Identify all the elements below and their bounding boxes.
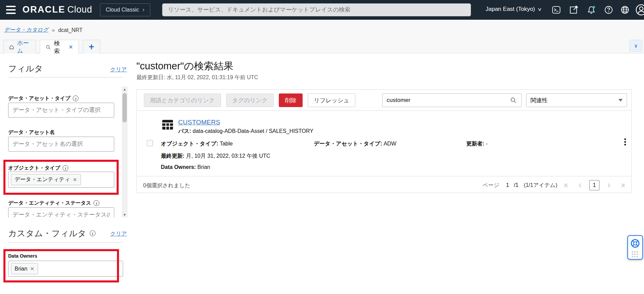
globe-language-icon[interactable] bbox=[620, 5, 630, 15]
last-page-icon[interactable] bbox=[618, 181, 627, 190]
chip-remove-icon[interactable]: ✕ bbox=[30, 266, 34, 272]
selection-count: 0個選択されました bbox=[143, 182, 190, 189]
entity-status-input[interactable] bbox=[8, 207, 114, 218]
scroll-up-icon[interactable]: ▲ bbox=[122, 86, 128, 92]
brand-cloud: Cloud bbox=[67, 4, 92, 15]
breadcrumb-separator: » bbox=[52, 27, 55, 33]
result-customers-link[interactable]: CUSTOMERS bbox=[178, 119, 220, 126]
panel-collapse-button[interactable]: ∨ bbox=[629, 40, 642, 52]
first-page-icon[interactable] bbox=[562, 181, 571, 190]
filter-heading: フィルタ bbox=[8, 63, 43, 74]
edit-annotate-icon[interactable] bbox=[569, 5, 578, 15]
prev-page-icon[interactable] bbox=[576, 181, 584, 190]
live-help-widget[interactable] bbox=[627, 235, 643, 260]
region-label: Japan East (Tokyo) bbox=[486, 6, 535, 13]
search-icon bbox=[46, 44, 51, 50]
page-number: 1 bbox=[506, 182, 509, 188]
chip-remove-icon[interactable]: ✕ bbox=[73, 177, 77, 183]
results-toolbar: 用語とカテゴリのリンク タグのリンク 削除 リフレッシュ bbox=[144, 93, 355, 107]
custom-filter-clear-link[interactable]: クリア bbox=[110, 230, 127, 238]
data-asset-type-input[interactable] bbox=[8, 103, 114, 118]
last-modified-field: 最終更新: 月, 10月 31, 2022, 03:12 午後 UTC bbox=[161, 153, 270, 160]
page-title: "customer"の検索結果 bbox=[136, 59, 234, 73]
data-owners-label: Data Owners bbox=[8, 253, 37, 259]
tab-search-label: 検索 bbox=[54, 39, 64, 55]
result-checkbox[interactable] bbox=[147, 140, 153, 146]
object-type-field: オブジェクト・タイプ: Table bbox=[161, 140, 233, 148]
divider bbox=[137, 110, 631, 111]
sidebar-scrollbar[interactable]: ▲ ▼ bbox=[122, 86, 128, 218]
region-selector[interactable]: Japan East (Tokyo) ∨ bbox=[486, 6, 541, 13]
app-window: ORACLECloud Cloud Classic › Japan East (… bbox=[0, 0, 644, 294]
tab-new-button[interactable]: + bbox=[83, 40, 100, 54]
current-page-box[interactable]: 1 bbox=[589, 180, 599, 190]
object-type-label: オブジェクト・タイプ i bbox=[8, 165, 68, 171]
info-icon[interactable]: i bbox=[63, 165, 68, 171]
info-icon[interactable]: i bbox=[90, 230, 96, 236]
topbar: ORACLECloud Cloud Classic › Japan East (… bbox=[0, 0, 644, 20]
scrollbar-thumb[interactable] bbox=[122, 93, 127, 122]
table-entity-icon bbox=[161, 118, 174, 131]
data-asset-type-label: データ・アセット・タイプ i bbox=[8, 95, 79, 102]
info-icon[interactable]: i bbox=[94, 200, 99, 206]
results-search-input[interactable] bbox=[382, 93, 522, 107]
tab-close-icon[interactable]: ✕ bbox=[69, 44, 73, 50]
help-icon[interactable] bbox=[604, 5, 613, 15]
custom-filter-heading: カスタム・フィルタ i bbox=[8, 228, 96, 239]
scroll-down-icon[interactable]: ▼ bbox=[122, 212, 128, 218]
drag-handle-dots-icon[interactable] bbox=[632, 251, 639, 257]
chevron-down-icon: ∨ bbox=[537, 6, 542, 12]
tab-home-label: ホーム bbox=[17, 39, 30, 55]
last-updated-text: 最終更新日: 水, 11月 02, 2022, 01:31:19 午前 UTC bbox=[136, 74, 258, 81]
link-tags-button[interactable]: タグのリンク bbox=[226, 93, 274, 107]
row-actions-kebab-icon[interactable] bbox=[621, 138, 629, 149]
link-terms-button[interactable]: 用語とカテゴリのリンク bbox=[144, 93, 221, 107]
data-asset-name-input[interactable] bbox=[8, 137, 114, 152]
object-type-chip: データ・エンティティ ✕ bbox=[11, 174, 81, 185]
page-total: /1 bbox=[514, 182, 518, 188]
page-label: ページ bbox=[483, 182, 499, 189]
notifications-bell-icon[interactable] bbox=[587, 5, 596, 15]
updated-by-field: 更新者: - bbox=[466, 140, 488, 148]
pagination: ページ 1 /1 (1/1アイテム) 1 bbox=[483, 179, 627, 191]
data-owners-input[interactable]: Brian ✕ bbox=[8, 261, 123, 277]
hamburger-menu-icon[interactable] bbox=[6, 6, 16, 14]
entity-status-label: データ・エンティティ・ステータス i bbox=[8, 200, 99, 206]
next-page-icon[interactable] bbox=[604, 181, 613, 190]
user-avatar-icon[interactable] bbox=[635, 4, 644, 16]
sort-relevance-select[interactable]: 関連性 bbox=[526, 93, 627, 107]
data-asset-name-label: データ・アセット名 bbox=[8, 129, 55, 136]
filter-clear-link[interactable]: クリア bbox=[110, 66, 127, 73]
global-search-input[interactable] bbox=[162, 3, 471, 16]
object-type-input[interactable]: データ・エンティティ ✕ bbox=[8, 172, 114, 188]
asset-type-field: データ・アセット・タイプ: ADW bbox=[314, 140, 396, 148]
tab-home[interactable]: ホーム bbox=[3, 40, 36, 54]
filter-sidebar: フィルタ クリア データ・アセット・タイプ i データ・アセット名 オブジェクト… bbox=[0, 53, 129, 294]
data-owners-chip: Brian ✕ bbox=[11, 263, 38, 274]
chevron-down-icon: ∨ bbox=[634, 42, 638, 49]
subheader: データ・カタログ » dcat_NRT ホーム 検索 ✕ + ∨ bbox=[0, 20, 644, 53]
breadcrumb-current: dcat_NRT bbox=[58, 27, 83, 33]
data-owners-field: Data Owners: Brian bbox=[161, 164, 210, 170]
dropdown-arrow-icon bbox=[618, 99, 623, 102]
oracle-cloud-logo[interactable]: ORACLECloud bbox=[22, 4, 92, 15]
breadcrumb-data-catalog-link[interactable]: データ・カタログ bbox=[4, 27, 48, 34]
refresh-button[interactable]: リフレッシュ bbox=[308, 93, 355, 107]
cloud-classic-label: Cloud Classic bbox=[106, 7, 139, 13]
life-ring-help-icon bbox=[630, 238, 640, 248]
info-icon[interactable]: i bbox=[73, 96, 79, 101]
sort-value: 関連性 bbox=[530, 97, 548, 104]
items-count: (1/1アイテム) bbox=[524, 182, 557, 189]
delete-button[interactable]: 削除 bbox=[279, 93, 303, 107]
divider bbox=[137, 176, 631, 176]
filter-scroll-area: データ・アセット・タイプ i データ・アセット名 オブジェクト・タイプ i デー… bbox=[0, 86, 129, 218]
cloud-classic-button[interactable]: Cloud Classic › bbox=[100, 3, 150, 16]
plus-icon: + bbox=[89, 42, 94, 52]
notification-dot bbox=[593, 6, 595, 8]
results-card: 用語とカテゴリのリンク タグのリンク 削除 リフレッシュ 関連性 bbox=[136, 89, 632, 193]
tab-search-active[interactable]: 検索 ✕ bbox=[40, 40, 79, 54]
cloud-shell-icon[interactable] bbox=[552, 5, 561, 15]
result-path: パス: data-catalog-ADB-Data-Asset / SALES_… bbox=[178, 128, 313, 135]
home-icon bbox=[9, 44, 14, 50]
breadcrumb: データ・カタログ » dcat_NRT bbox=[4, 27, 83, 34]
